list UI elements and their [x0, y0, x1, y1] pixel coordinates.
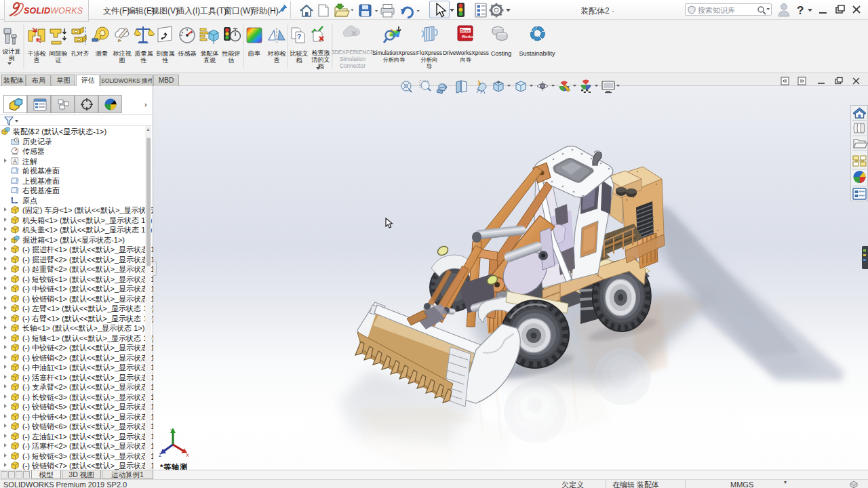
svg-text:SOLID: SOLID — [24, 6, 50, 16]
svg-text:X: X — [186, 453, 189, 457]
svg-text:?: ? — [797, 4, 804, 17]
svg-text:Works: Works — [462, 35, 473, 39]
svg-text:WORKS: WORKS — [50, 6, 83, 16]
svg-text:Z: Z — [159, 453, 162, 457]
svg-text:Y: Y — [170, 428, 174, 433]
svg-text:Drive: Drive — [460, 28, 470, 33]
svg-text:?: ? — [297, 33, 301, 41]
